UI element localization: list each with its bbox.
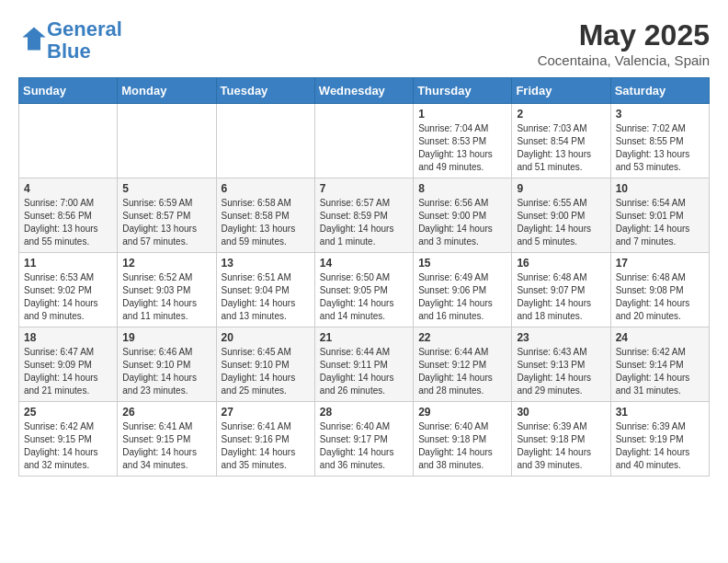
day-info: Sunrise: 6:41 AM Sunset: 9:16 PM Dayligh…	[222, 420, 310, 472]
day-info: Sunrise: 6:52 AM Sunset: 9:03 PM Dayligh…	[122, 271, 210, 323]
logo: General Blue	[18, 18, 122, 63]
day-number: 13	[222, 257, 310, 270]
location-title: Cocentaina, Valencia, Spain	[538, 52, 710, 68]
day-info: Sunrise: 6:49 AM Sunset: 9:06 PM Dayligh…	[418, 271, 506, 323]
day-number: 27	[222, 406, 310, 419]
day-info: Sunrise: 6:42 AM Sunset: 9:15 PM Dayligh…	[24, 420, 112, 472]
day-number: 23	[517, 331, 605, 344]
logo-text: General Blue	[47, 18, 122, 63]
day-number: 6	[222, 182, 310, 195]
logo-icon	[21, 26, 47, 52]
day-number: 8	[418, 182, 506, 195]
day-info: Sunrise: 6:50 AM Sunset: 9:05 PM Dayligh…	[320, 271, 408, 323]
calendar-cell: 6Sunrise: 6:58 AM Sunset: 8:58 PM Daylig…	[216, 178, 314, 253]
calendar-cell: 3Sunrise: 7:02 AM Sunset: 8:55 PM Daylig…	[610, 104, 709, 178]
day-number: 3	[616, 108, 704, 121]
day-info: Sunrise: 7:02 AM Sunset: 8:55 PM Dayligh…	[616, 122, 704, 174]
calendar-cell	[216, 104, 314, 178]
day-number: 16	[517, 257, 605, 270]
header: General Blue May 2025 Cocentaina, Valenc…	[18, 18, 710, 68]
day-info: Sunrise: 6:55 AM Sunset: 9:00 PM Dayligh…	[517, 197, 605, 248]
day-number: 14	[320, 257, 408, 270]
day-number: 19	[122, 331, 210, 344]
calendar-cell: 22Sunrise: 6:44 AM Sunset: 9:12 PM Dayli…	[414, 327, 512, 402]
calendar-week-row: 25Sunrise: 6:42 AM Sunset: 9:15 PM Dayli…	[19, 402, 710, 477]
title-block: May 2025 Cocentaina, Valencia, Spain	[538, 18, 710, 68]
calendar-cell: 26Sunrise: 6:41 AM Sunset: 9:15 PM Dayli…	[118, 402, 216, 477]
day-number: 20	[222, 331, 310, 344]
day-info: Sunrise: 6:39 AM Sunset: 9:19 PM Dayligh…	[616, 420, 704, 472]
day-number: 29	[418, 406, 506, 419]
day-info: Sunrise: 6:47 AM Sunset: 9:09 PM Dayligh…	[24, 346, 112, 397]
day-number: 17	[616, 257, 704, 270]
day-number: 10	[616, 182, 704, 195]
day-number: 7	[320, 182, 408, 195]
day-info: Sunrise: 6:45 AM Sunset: 9:10 PM Dayligh…	[222, 346, 310, 397]
calendar-cell: 17Sunrise: 6:48 AM Sunset: 9:08 PM Dayli…	[610, 253, 709, 327]
day-info: Sunrise: 6:53 AM Sunset: 9:02 PM Dayligh…	[24, 271, 112, 323]
column-header-saturday: Saturday	[610, 78, 709, 104]
month-title: May 2025	[538, 18, 710, 52]
column-header-wednesday: Wednesday	[314, 78, 413, 104]
calendar-week-row: 1Sunrise: 7:04 AM Sunset: 8:53 PM Daylig…	[19, 104, 710, 178]
day-number: 30	[517, 406, 605, 419]
day-info: Sunrise: 6:57 AM Sunset: 8:59 PM Dayligh…	[320, 197, 408, 248]
calendar-cell: 19Sunrise: 6:46 AM Sunset: 9:10 PM Dayli…	[118, 327, 216, 402]
day-info: Sunrise: 6:41 AM Sunset: 9:15 PM Dayligh…	[122, 420, 210, 472]
column-header-friday: Friday	[512, 78, 610, 104]
calendar-cell: 12Sunrise: 6:52 AM Sunset: 9:03 PM Dayli…	[118, 253, 216, 327]
day-info: Sunrise: 6:51 AM Sunset: 9:04 PM Dayligh…	[222, 271, 310, 323]
calendar-cell: 21Sunrise: 6:44 AM Sunset: 9:11 PM Dayli…	[314, 327, 413, 402]
day-info: Sunrise: 6:54 AM Sunset: 9:01 PM Dayligh…	[616, 197, 704, 248]
calendar-header-row: SundayMondayTuesdayWednesdayThursdayFrid…	[19, 78, 710, 104]
calendar-cell: 25Sunrise: 6:42 AM Sunset: 9:15 PM Dayli…	[19, 402, 118, 477]
day-info: Sunrise: 6:42 AM Sunset: 9:14 PM Dayligh…	[616, 346, 704, 397]
column-header-monday: Monday	[118, 78, 216, 104]
day-info: Sunrise: 6:43 AM Sunset: 9:13 PM Dayligh…	[517, 346, 605, 397]
day-info: Sunrise: 7:00 AM Sunset: 8:56 PM Dayligh…	[24, 197, 112, 248]
calendar-cell: 24Sunrise: 6:42 AM Sunset: 9:14 PM Dayli…	[610, 327, 709, 402]
day-info: Sunrise: 6:48 AM Sunset: 9:08 PM Dayligh…	[616, 271, 704, 323]
calendar-cell: 31Sunrise: 6:39 AM Sunset: 9:19 PM Dayli…	[610, 402, 709, 477]
day-info: Sunrise: 6:44 AM Sunset: 9:12 PM Dayligh…	[418, 346, 506, 397]
calendar-cell: 28Sunrise: 6:40 AM Sunset: 9:17 PM Dayli…	[314, 402, 413, 477]
calendar-cell: 13Sunrise: 6:51 AM Sunset: 9:04 PM Dayli…	[216, 253, 314, 327]
day-info: Sunrise: 6:44 AM Sunset: 9:11 PM Dayligh…	[320, 346, 408, 397]
day-number: 2	[517, 108, 605, 121]
calendar-week-row: 11Sunrise: 6:53 AM Sunset: 9:02 PM Dayli…	[19, 253, 710, 327]
calendar-cell: 23Sunrise: 6:43 AM Sunset: 9:13 PM Dayli…	[512, 327, 610, 402]
day-number: 18	[24, 331, 112, 344]
day-info: Sunrise: 6:48 AM Sunset: 9:07 PM Dayligh…	[517, 271, 605, 323]
day-number: 26	[122, 406, 210, 419]
column-header-thursday: Thursday	[414, 78, 512, 104]
calendar-cell: 9Sunrise: 6:55 AM Sunset: 9:00 PM Daylig…	[512, 178, 610, 253]
calendar-cell: 11Sunrise: 6:53 AM Sunset: 9:02 PM Dayli…	[19, 253, 118, 327]
calendar-week-row: 4Sunrise: 7:00 AM Sunset: 8:56 PM Daylig…	[19, 178, 710, 253]
calendar-cell: 4Sunrise: 7:00 AM Sunset: 8:56 PM Daylig…	[19, 178, 118, 253]
calendar-cell: 27Sunrise: 6:41 AM Sunset: 9:16 PM Dayli…	[216, 402, 314, 477]
calendar-cell: 29Sunrise: 6:40 AM Sunset: 9:18 PM Dayli…	[414, 402, 512, 477]
calendar-cell	[118, 104, 216, 178]
day-number: 4	[24, 182, 112, 195]
calendar-cell	[314, 104, 413, 178]
day-number: 25	[24, 406, 112, 419]
day-info: Sunrise: 6:56 AM Sunset: 9:00 PM Dayligh…	[418, 197, 506, 248]
day-number: 31	[616, 406, 704, 419]
day-number: 24	[616, 331, 704, 344]
calendar-cell: 7Sunrise: 6:57 AM Sunset: 8:59 PM Daylig…	[314, 178, 413, 253]
day-number: 5	[122, 182, 210, 195]
day-info: Sunrise: 6:59 AM Sunset: 8:57 PM Dayligh…	[122, 197, 210, 248]
day-number: 15	[418, 257, 506, 270]
calendar-week-row: 18Sunrise: 6:47 AM Sunset: 9:09 PM Dayli…	[19, 327, 710, 402]
calendar-cell: 10Sunrise: 6:54 AM Sunset: 9:01 PM Dayli…	[610, 178, 709, 253]
day-info: Sunrise: 6:39 AM Sunset: 9:18 PM Dayligh…	[517, 420, 605, 472]
day-info: Sunrise: 6:40 AM Sunset: 9:17 PM Dayligh…	[320, 420, 408, 472]
day-number: 22	[418, 331, 506, 344]
calendar-cell: 20Sunrise: 6:45 AM Sunset: 9:10 PM Dayli…	[216, 327, 314, 402]
column-header-sunday: Sunday	[19, 78, 118, 104]
day-info: Sunrise: 6:58 AM Sunset: 8:58 PM Dayligh…	[222, 197, 310, 248]
column-header-tuesday: Tuesday	[216, 78, 314, 104]
calendar-cell: 2Sunrise: 7:03 AM Sunset: 8:54 PM Daylig…	[512, 104, 610, 178]
calendar-cell: 16Sunrise: 6:48 AM Sunset: 9:07 PM Dayli…	[512, 253, 610, 327]
calendar-cell: 5Sunrise: 6:59 AM Sunset: 8:57 PM Daylig…	[118, 178, 216, 253]
